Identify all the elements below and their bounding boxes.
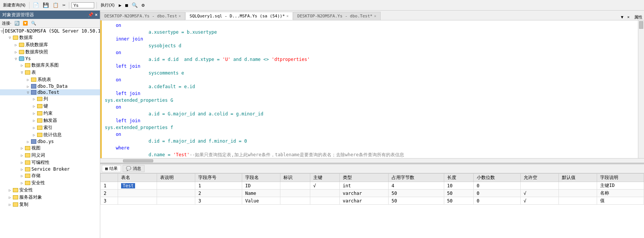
toolbar-icon-6[interactable]: ■ — [124, 2, 129, 8]
stats-expand-icon[interactable]: ▷ — [31, 133, 37, 137]
results-tab-messages[interactable]: 💬 消息 — [123, 165, 145, 172]
tab-3-close[interactable]: × — [374, 14, 376, 18]
columns-expand-icon[interactable]: ▷ — [31, 97, 37, 101]
results-table: 表名 表说明 字段序号 字段名 标识 主键 类型 占用字节数 长度 小数位数 允… — [100, 173, 644, 205]
db-snapshot-expand-icon[interactable]: ▷ — [13, 50, 19, 54]
oe-search-button[interactable]: 🔍 — [30, 20, 37, 26]
col-nullable: 允许空 — [520, 174, 558, 182]
tree-databases[interactable]: ▽ 数据库 — [0, 34, 100, 41]
oe-refresh-button[interactable]: 🔄 — [13, 20, 21, 26]
new-query-button[interactable]: 新建查询(N) — [2, 2, 27, 9]
views-expand-icon[interactable]: ▷ — [19, 146, 25, 150]
tree-triggers[interactable]: ▷ 触发器 — [0, 117, 100, 124]
databases-expand-icon[interactable]: ▽ — [7, 36, 13, 40]
tree-db-diagram[interactable]: ▷ 数据库关系图 — [0, 62, 100, 69]
tree-keys[interactable]: ▷ 键 — [0, 103, 100, 110]
tab-1[interactable]: DESKTOP-N2OMSFA.Ys - dbo.Test × — [100, 12, 185, 20]
toolbar-icon-5[interactable]: ▶ — [118, 2, 123, 8]
indexes-expand-icon[interactable]: ▷ — [31, 126, 37, 130]
tab-2[interactable]: SQLQuery1.sql - D...MSFA.Ys (sa (54))* × — [185, 12, 293, 20]
tree-dbo-tb-data[interactable]: ▷ dbo.Tb_Data — [0, 83, 100, 89]
h-scroll-thumb[interactable] — [123, 159, 153, 162]
replication-expand-icon[interactable]: ▷ — [7, 202, 13, 207]
oe-header-buttons: 📌 × — [88, 12, 98, 17]
tree-dbo-ys[interactable]: ▷ dbo.ys — [0, 138, 100, 145]
db-selector[interactable]: Ys — [72, 2, 94, 8]
tree-server[interactable]: ▽ DESKTOP-N2OMSFA (SQL Server 10.50.1 — [0, 28, 100, 34]
cell-fieldnum-2: 2 — [195, 190, 242, 197]
editor-area[interactable]: on a.xusertype = b.xusertype inner join … — [100, 20, 644, 158]
toolbar-icon-8[interactable]: ⚙️ — [140, 2, 146, 8]
dbo-ys-expand-icon[interactable]: ▷ — [25, 140, 31, 144]
table-row: 1 Test 1 ID √ int 4 10 0 — [101, 182, 644, 190]
h-scrollbar[interactable] — [100, 158, 644, 163]
tree-security-top[interactable]: ▷ 安全性 — [0, 187, 100, 194]
oe-pin-button[interactable]: 📌 — [88, 12, 93, 17]
sys-db-expand-icon[interactable]: ▷ — [13, 43, 19, 47]
tree-replication[interactable]: ▷ 复制 — [0, 201, 100, 208]
storage-icon — [25, 174, 30, 178]
tab-3[interactable]: DESKTOP-N2OMSFA.Ys - dbo.Test* × — [293, 12, 381, 20]
replication-icon — [13, 202, 18, 207]
results-tab-grid[interactable]: ▦ 结果 — [102, 165, 121, 172]
cell-type-3: varchar — [339, 197, 388, 205]
toolbar-icon-7[interactable]: 🔍 — [131, 2, 139, 8]
dbo-tb-data-expand-icon[interactable]: ▷ — [25, 84, 31, 89]
security-sub-expand-icon[interactable]: ▷ — [19, 181, 25, 185]
tree-db-snapshot[interactable]: ▷ 数据库快照 — [0, 48, 100, 56]
col-tablename: 表名 — [118, 174, 157, 182]
tree-constraints[interactable]: ▷ 约束 — [0, 110, 100, 117]
ys-expand-icon[interactable]: ▽ — [13, 57, 19, 61]
tree-ys-db[interactable]: ▽ Ys — [0, 56, 100, 62]
toolbar-icon-4[interactable]: ✂️ — [61, 2, 67, 8]
dbo-test-expand-icon[interactable]: ▽ — [25, 90, 31, 95]
scroll-thumb[interactable] — [639, 21, 643, 29]
triggers-expand-icon[interactable]: ▷ — [31, 118, 37, 123]
toolbar-icon-1[interactable]: 📄 — [32, 2, 40, 8]
tab-2-close[interactable]: × — [286, 14, 289, 18]
tree-security-sub[interactable]: ▷ 安全性 — [0, 179, 100, 187]
oe-filter-button[interactable]: 🔽 — [22, 20, 29, 26]
tree-indexes[interactable]: ▷ 索引 — [0, 124, 100, 131]
tab-close-all-button[interactable]: × — [626, 14, 631, 20]
programmability-icon — [25, 160, 30, 165]
tree-stats[interactable]: ▷ 统计信息 — [0, 131, 100, 138]
tree-tables[interactable]: ▽ 表 — [0, 69, 100, 76]
toolbar-icon-3[interactable]: 📋 — [51, 2, 60, 8]
constraints-expand-icon[interactable]: ▷ — [31, 111, 37, 115]
tree-views[interactable]: ▷ 视图 — [0, 145, 100, 152]
tree-sys-tables[interactable]: ▷ 系统表 — [0, 76, 100, 83]
col-tabledesc: 表说明 — [157, 174, 195, 182]
storage-label: 存储 — [31, 173, 40, 179]
tree-columns[interactable]: ▷ 列 — [0, 95, 100, 103]
tree-server-objects[interactable]: ▷ 服务器对象 — [0, 194, 100, 201]
tree-synonyms[interactable]: ▷ 同义词 — [0, 152, 100, 159]
synonyms-expand-icon[interactable]: ▷ — [19, 153, 25, 157]
db-diagram-expand-icon[interactable]: ▷ — [19, 63, 25, 67]
tree-sys-db[interactable]: ▷ 系统数据库 — [0, 41, 100, 48]
tree-service-broker[interactable]: ▷ Service Broker — [0, 166, 100, 172]
server-objects-expand-icon[interactable]: ▷ — [7, 195, 13, 199]
sys-tables-expand-icon[interactable]: ▷ — [25, 78, 31, 82]
col-pk: 主键 — [310, 174, 339, 182]
programmability-expand-icon[interactable]: ▷ — [19, 160, 25, 165]
code-editor[interactable]: on a.xusertype = b.xusertype inner join … — [102, 20, 638, 158]
security-top-expand-icon[interactable]: ▷ — [7, 188, 13, 192]
tree-storage[interactable]: ▷ 存储 — [0, 172, 100, 179]
oe-close-button[interactable]: × — [95, 12, 98, 17]
tables-expand-icon[interactable]: ▽ — [19, 70, 25, 75]
service-broker-expand-icon[interactable]: ▷ — [19, 167, 25, 171]
tab-overflow: ▼ × 属性 — [617, 14, 644, 20]
tree-programmability[interactable]: ▷ 可编程性 — [0, 159, 100, 166]
cell-default-3 — [558, 197, 597, 205]
keys-expand-icon[interactable]: ▷ — [31, 104, 37, 108]
oe-connect-button[interactable]: 连接· — [1, 20, 12, 26]
editor-scrollbar[interactable] — [638, 20, 644, 158]
selected-cell-tablename[interactable]: Test — [121, 183, 135, 188]
toolbar-icon-2[interactable]: 💾 — [42, 2, 50, 8]
tab-overflow-button[interactable]: ▼ — [619, 14, 626, 20]
tree-dbo-test[interactable]: ▽ dbo.Test — [0, 89, 100, 95]
storage-expand-icon[interactable]: ▷ — [19, 174, 25, 178]
execute-button[interactable]: 执行(X) — [99, 2, 116, 9]
tab-1-close[interactable]: × — [179, 14, 181, 18]
